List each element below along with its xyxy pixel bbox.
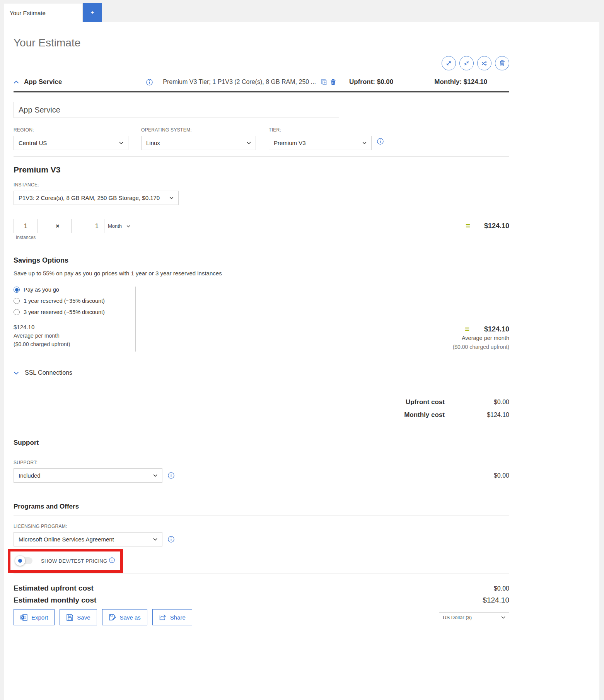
service-config-row: REGION: Central US OPERATING SYSTEM: Lin… <box>14 127 509 150</box>
savings-right-summary: = $124.10 Average per month ($0.00 charg… <box>453 325 509 352</box>
equals-sign: = <box>465 325 469 334</box>
save-as-icon <box>109 614 116 621</box>
section-divider <box>14 388 509 388</box>
radio-icon <box>14 298 20 304</box>
radio-icon <box>14 309 20 315</box>
info-icon <box>377 138 384 145</box>
estimated-upfront-label: Estimated upfront cost <box>14 584 94 592</box>
section-divider <box>14 452 509 452</box>
service-name-input[interactable] <box>14 102 339 118</box>
support-select[interactable]: Included <box>14 468 162 483</box>
info-icon <box>146 79 153 85</box>
chevron-down-icon <box>119 142 123 144</box>
footer-actions: Export Save Save as Share US Dollar ($) <box>14 609 509 625</box>
licensing-program-label: LICENSING PROGRAM: <box>14 524 509 529</box>
excel-icon <box>20 614 28 621</box>
info-icon <box>168 536 174 543</box>
programs-section-title: Programs and Offers <box>14 503 509 510</box>
support-section-title: Support <box>14 439 509 447</box>
delete-service-button[interactable] <box>330 79 336 85</box>
dev-test-info-button[interactable] <box>109 557 115 563</box>
equals-sign: = <box>466 222 470 230</box>
info-icon <box>109 557 115 563</box>
add-estimate-tab-button[interactable]: + <box>83 3 102 22</box>
radio-3-year-reserved[interactable]: 3 year reserved (~55% discount) <box>14 309 135 315</box>
save-icon <box>66 614 73 621</box>
savings-options-title: Savings Options <box>14 256 509 265</box>
expand-icon <box>445 60 452 67</box>
toggle-knob <box>15 556 25 566</box>
monthly-cost-value: $124.10 <box>445 411 509 418</box>
trash-icon <box>499 60 505 67</box>
plus-icon: + <box>90 9 94 16</box>
savings-left-price: $124.10 <box>14 323 135 331</box>
share-button[interactable]: Share <box>152 609 192 625</box>
estimate-toolbar <box>14 56 509 70</box>
tier-select[interactable]: Premium V3 <box>269 136 372 150</box>
savings-right-price: $124.10 <box>484 325 509 334</box>
licensing-program-info-button[interactable] <box>168 536 174 543</box>
instance-label: INSTANCE: <box>14 182 509 188</box>
tier-info-button[interactable] <box>377 138 384 145</box>
page-title: Your Estimate <box>14 22 509 49</box>
tier-subtotal: $124.10 <box>484 222 509 230</box>
dev-test-pricing-toggle[interactable] <box>16 557 32 564</box>
radio-1-year-reserved[interactable]: 1 year reserved (~35% discount) <box>14 298 135 304</box>
service-summary: Premium V3 Tier; 1 P1V3 (2 Core(s), 8 GB… <box>163 79 316 85</box>
tier-label: TIER: <box>269 127 384 133</box>
region-select[interactable]: Central US <box>14 136 128 150</box>
savings-options-subtitle: Save up to 55% on pay as you go prices w… <box>14 270 509 277</box>
licensing-program-select[interactable]: Microsoft Online Services Agreement <box>14 532 162 546</box>
savings-right-line1: Average per month <box>453 334 509 343</box>
tab-your-estimate-label: Your Estimate <box>10 10 46 16</box>
save-button[interactable]: Save <box>60 609 97 625</box>
instances-input[interactable] <box>14 219 38 233</box>
region-label: REGION: <box>14 127 128 133</box>
radio-selected-icon <box>14 287 20 293</box>
delete-all-button[interactable] <box>495 56 509 70</box>
info-icon <box>168 472 174 479</box>
export-button[interactable]: Export <box>14 609 55 625</box>
chevron-down-icon <box>153 474 157 477</box>
chevron-down-icon <box>169 196 174 199</box>
instance-select[interactable]: P1V3: 2 Cores(s), 8 GB RAM, 250 GB Stora… <box>14 191 179 205</box>
section-divider <box>14 516 509 516</box>
service-name: App Service <box>24 78 62 86</box>
collapse-all-button[interactable] <box>459 56 474 70</box>
support-price: $0.00 <box>494 472 509 479</box>
radio-pay-as-you-go[interactable]: Pay as you go <box>14 287 135 293</box>
currency-select[interactable]: US Dollar ($) <box>439 612 509 622</box>
clone-service-button[interactable] <box>321 79 328 85</box>
tab-your-estimate[interactable]: Your Estimate <box>4 3 83 22</box>
os-select[interactable]: Linux <box>141 136 256 150</box>
estimated-monthly-value: $124.10 <box>483 596 509 604</box>
duration-unit-select[interactable]: Month <box>104 219 134 233</box>
instances-caption: Instances <box>14 235 38 240</box>
duration-input[interactable] <box>71 219 104 233</box>
collapse-icon <box>463 60 470 67</box>
quantity-row: Instances × Month = $124.10 <box>14 219 509 233</box>
service-info-button[interactable] <box>146 79 153 85</box>
savings-left-line1: Average per month <box>14 331 135 340</box>
reorder-button[interactable] <box>477 56 491 70</box>
chevron-down-icon <box>501 616 505 619</box>
save-as-button[interactable]: Save as <box>102 609 147 625</box>
savings-left-line2: ($0.00 charged upfront) <box>14 340 135 348</box>
expand-all-button[interactable] <box>442 56 456 70</box>
service-header-divider <box>14 91 509 92</box>
estimated-monthly-label: Estimated monthly cost <box>14 596 96 604</box>
chevron-down-icon <box>362 142 367 144</box>
ssl-connections-label: SSL Connections <box>25 369 72 376</box>
estimate-card: Your Estimate App Service Premium V3 Tie… <box>4 22 599 700</box>
upfront-cost-label: Upfront cost <box>406 398 445 406</box>
service-monthly-total: Monthly: $124.10 <box>434 78 487 86</box>
dev-test-pricing-label: SHOW DEV/TEST PRICING <box>41 558 107 564</box>
savings-right-line2: ($0.00 charged upfront) <box>453 343 509 352</box>
support-info-button[interactable] <box>168 472 174 479</box>
service-header-row: App Service Premium V3 Tier; 1 P1V3 (2 C… <box>14 74 509 90</box>
chevron-up-icon[interactable] <box>14 80 19 84</box>
tier-section-title: Premium V3 <box>14 165 509 174</box>
os-label: OPERATING SYSTEM: <box>141 127 256 133</box>
chevron-down-icon <box>247 142 251 144</box>
ssl-connections-toggle[interactable]: SSL Connections <box>14 369 509 376</box>
